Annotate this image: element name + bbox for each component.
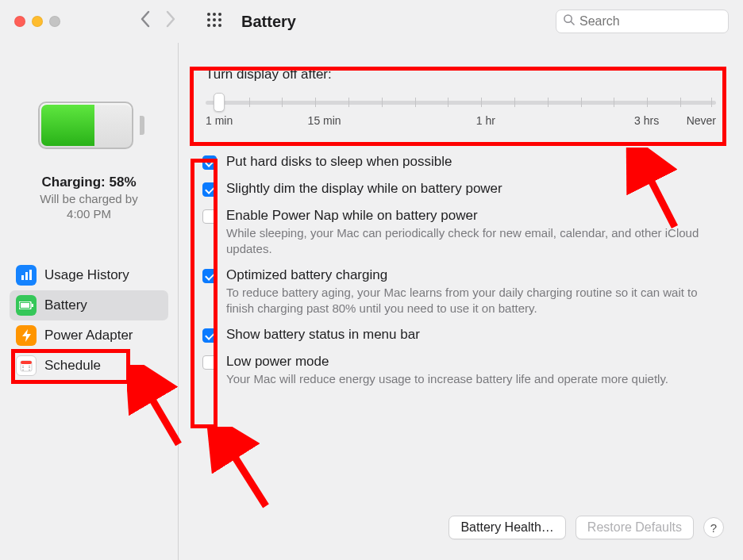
sidebar-item-label: Power Adapter bbox=[44, 328, 133, 343]
option-label: Optimized battery charging bbox=[226, 267, 724, 283]
sidebar-item-label: Usage History bbox=[44, 267, 129, 283]
sidebar-item-power-adapter[interactable]: Power Adapter bbox=[10, 320, 168, 351]
main-panel: Turn display off after: bbox=[179, 43, 743, 560]
svg-point-6 bbox=[207, 24, 210, 27]
show-all-icon[interactable] bbox=[206, 12, 222, 32]
option-label: Slightly dim the display while on batter… bbox=[226, 181, 724, 197]
option-label: Show battery status in menu bar bbox=[226, 327, 724, 343]
search-field[interactable] bbox=[556, 10, 729, 33]
slider-mark-15min: 15 min bbox=[308, 114, 341, 127]
charging-sub-line1: Will be charged by bbox=[40, 192, 137, 205]
zoom-button-disabled bbox=[49, 16, 60, 27]
svg-rect-13 bbox=[29, 270, 32, 280]
option-label: Enable Power Nap while on battery power bbox=[226, 208, 724, 224]
option-label: Put hard disks to sleep when possible bbox=[226, 154, 724, 170]
battery-options: Put hard disks to sleep when possible Sl… bbox=[198, 154, 724, 398]
pane-title: Battery bbox=[241, 13, 296, 31]
option-description: While sleeping, your Mac can periodicall… bbox=[226, 225, 724, 256]
search-icon bbox=[563, 13, 575, 29]
nav-arrows bbox=[140, 10, 176, 33]
search-input[interactable] bbox=[579, 14, 722, 29]
close-button[interactable] bbox=[14, 16, 25, 27]
svg-point-4 bbox=[213, 18, 216, 21]
svg-point-2 bbox=[218, 13, 221, 16]
display-sleep-slider[interactable] bbox=[206, 94, 716, 111]
option-dim-display: Slightly dim the display while on batter… bbox=[202, 181, 724, 197]
checkbox-power-nap[interactable] bbox=[202, 209, 217, 224]
sidebar-item-label: Schedule bbox=[44, 358, 101, 374]
bolt-icon bbox=[16, 325, 37, 346]
svg-rect-15 bbox=[21, 303, 29, 308]
option-power-nap: Enable Power Nap while on battery power … bbox=[202, 208, 724, 256]
charging-status: Charging: 58% bbox=[41, 175, 136, 190]
sidebar-item-schedule[interactable]: ⋮⋮ Schedule bbox=[10, 351, 168, 381]
traffic-lights bbox=[14, 16, 60, 27]
slider-mark-1hr: 1 hr bbox=[476, 114, 495, 127]
battery-graphic bbox=[38, 102, 140, 152]
sidebar: Charging: 58% Will be charged by 4:00 PM… bbox=[0, 43, 179, 560]
forward-button[interactable] bbox=[165, 10, 176, 33]
svg-point-0 bbox=[207, 13, 210, 16]
svg-rect-16 bbox=[32, 304, 33, 307]
help-button[interactable]: ? bbox=[703, 517, 724, 538]
option-menubar-status: Show battery status in menu bar bbox=[202, 327, 724, 343]
svg-rect-11 bbox=[21, 275, 24, 280]
restore-defaults-button[interactable]: Restore Defaults bbox=[576, 516, 694, 539]
checkbox-low-power-mode[interactable] bbox=[202, 355, 217, 370]
svg-line-10 bbox=[571, 21, 574, 25]
chart-icon bbox=[16, 265, 37, 286]
svg-text:⋮⋮: ⋮⋮ bbox=[20, 364, 33, 371]
option-hard-disks-sleep: Put hard disks to sleep when possible bbox=[202, 154, 724, 170]
sidebar-item-battery[interactable]: Battery bbox=[10, 290, 168, 320]
slider-mark-3hrs: 3 hrs bbox=[634, 114, 659, 127]
checkbox-menubar-status[interactable] bbox=[202, 328, 217, 343]
svg-rect-12 bbox=[25, 272, 28, 280]
option-description: Your Mac will reduce energy usage to inc… bbox=[226, 371, 724, 387]
svg-point-3 bbox=[207, 18, 210, 21]
option-optimized-charging: Optimized battery charging To reduce bat… bbox=[202, 267, 724, 316]
display-sleep-slider-section: Turn display off after: bbox=[198, 60, 724, 136]
svg-point-8 bbox=[218, 24, 221, 27]
sidebar-item-usage-history[interactable]: Usage History bbox=[10, 260, 168, 290]
calendar-icon: ⋮⋮ bbox=[16, 355, 37, 376]
battery-icon bbox=[16, 295, 37, 316]
svg-point-1 bbox=[213, 13, 216, 16]
sidebar-list: Usage History Battery Power Adapter bbox=[0, 260, 178, 381]
charging-sub-line2: 4:00 PM bbox=[67, 207, 111, 221]
minimize-button[interactable] bbox=[32, 16, 43, 27]
svg-point-7 bbox=[213, 24, 216, 27]
sidebar-item-label: Battery bbox=[44, 297, 87, 313]
back-button[interactable] bbox=[140, 10, 151, 33]
checkbox-dim-display[interactable] bbox=[202, 182, 217, 197]
charging-estimate: Will be charged by 4:00 PM bbox=[40, 192, 137, 222]
battery-health-button[interactable]: Battery Health… bbox=[448, 516, 565, 539]
option-low-power-mode: Low power mode Your Mac will reduce ener… bbox=[202, 354, 724, 387]
option-description: To reduce battery aging, your Mac learns… bbox=[226, 285, 724, 316]
checkbox-hard-disks-sleep[interactable] bbox=[202, 155, 217, 170]
slider-thumb[interactable] bbox=[214, 93, 225, 112]
svg-point-5 bbox=[218, 18, 221, 21]
slider-label: Turn display off after: bbox=[206, 67, 716, 82]
option-label: Low power mode bbox=[226, 354, 724, 370]
checkbox-optimized-charging[interactable] bbox=[202, 269, 217, 283]
slider-mark-1min: 1 min bbox=[206, 114, 233, 127]
system-preferences-window: Battery Charging: 58% Will be charged by… bbox=[0, 0, 743, 560]
footer-buttons: Battery Health… Restore Defaults ? bbox=[198, 516, 724, 544]
slider-mark-never: Never bbox=[687, 114, 716, 127]
content-area: Charging: 58% Will be charged by 4:00 PM… bbox=[0, 43, 743, 560]
titlebar: Battery bbox=[0, 0, 743, 43]
